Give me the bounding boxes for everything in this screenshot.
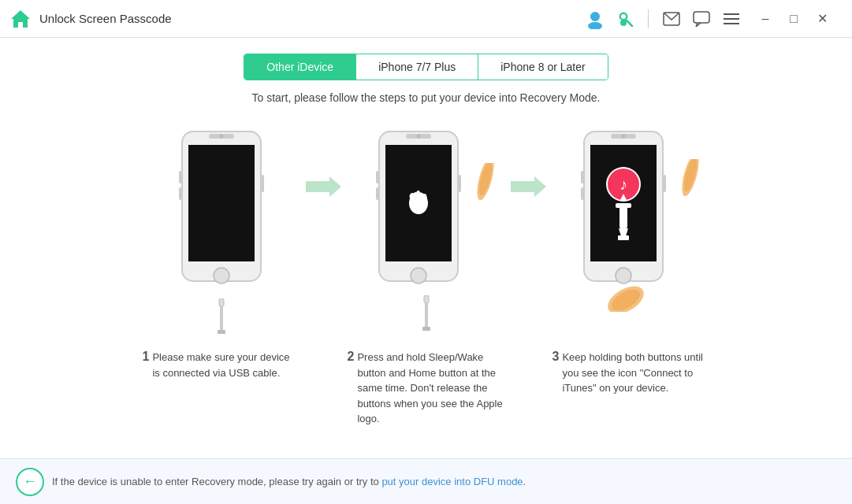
minimize-button[interactable]: – [753,6,778,32]
svg-rect-37 [425,303,428,328]
header-icons: – □ ✕ [583,6,835,32]
arrow2-svg [511,175,546,198]
svg-rect-54 [581,187,584,200]
svg-point-16 [214,268,229,284]
tabs-section: Other iDevice iPhone 7/7 Plus iPhone 8 o… [0,54,852,80]
bottom-text-suffix: . [523,476,526,487]
svg-point-4 [621,14,626,19]
step2-text: Press and hold Sleep/Wake button and Hom… [357,350,504,427]
svg-rect-17 [179,171,182,183]
tabs-container: Other iDevice iPhone 7/7 Plus iPhone 8 o… [244,54,608,80]
steps-area: 1 Please make sure your device is connec… [0,128,852,427]
user-icon[interactable] [583,7,607,31]
back-button[interactable]: ← [16,468,44,496]
step2-text-row: 2 Press and hold Sleep/Wake button and H… [348,350,505,427]
phone3-svg: ♪ [576,128,671,293]
divider [648,9,649,28]
cable1-svg [214,298,229,334]
svg-rect-19 [261,175,264,192]
svg-rect-18 [179,187,182,200]
svg-point-27 [416,135,420,139]
close-button[interactable]: ✕ [809,6,835,32]
menu-icon[interactable] [720,7,743,31]
tab-iphone7[interactable]: iPhone 7/7 Plus [356,54,478,80]
phone1-svg [174,128,269,293]
svg-marker-0 [11,10,30,28]
svg-rect-51 [618,235,629,240]
step3-block: ♪ [552,128,710,396]
svg-rect-48 [619,206,627,228]
svg-marker-39 [511,176,546,197]
cable2-svg [419,295,434,331]
svg-rect-20 [219,298,224,306]
back-icon: ← [23,473,37,490]
svg-marker-23 [306,176,341,197]
svg-point-43 [621,135,625,139]
step1-text: Please make sure your device is connecte… [152,350,300,380]
step2-number: 2 [348,350,355,364]
mail-icon[interactable] [660,7,683,31]
svg-point-1 [590,12,600,21]
svg-rect-33 [458,175,461,192]
step1-block: 1 Please make sure your device is connec… [143,128,300,380]
search-user-icon[interactable] [613,7,637,31]
bottom-text-prefix: If the device is unable to enter Recover… [52,476,381,487]
svg-rect-22 [218,330,225,334]
step2-block: 2 Press and hold Sleep/Wake button and H… [348,128,505,427]
svg-rect-38 [422,327,430,331]
arrow1-svg [306,175,341,198]
svg-point-6 [620,20,627,26]
svg-rect-31 [376,171,379,183]
bottom-text: If the device is unable to enter Recover… [52,476,526,487]
dfu-mode-link[interactable]: put your device into DFU mode [381,476,523,487]
step3-text-row: 3 Keep holding both buttons until you se… [552,350,710,396]
svg-rect-53 [581,171,584,183]
svg-text:♪: ♪ [619,176,627,193]
svg-rect-36 [424,295,429,303]
window-controls: – □ ✕ [753,6,835,32]
arrow1 [300,175,348,198]
svg-point-29 [409,192,428,214]
step1-text-row: 1 Please make sure your device is connec… [143,350,300,380]
svg-point-2 [588,22,602,29]
step1-number: 1 [143,350,150,364]
svg-point-15 [219,135,223,139]
svg-rect-13 [188,145,255,261]
step3-number: 3 [552,350,560,364]
svg-rect-55 [663,175,666,192]
subtitle: To start, please follow the steps to put… [0,91,852,104]
svg-rect-8 [694,12,709,23]
hand2-right-svg [468,163,504,222]
titlebar: Unlock Screen Passcode – □ ✕ [0,0,852,38]
arrow2 [505,175,552,198]
svg-point-28 [411,268,426,284]
svg-rect-21 [220,306,223,332]
hand3-bottom-svg [606,272,646,312]
app-title: Unlock Screen Passcode [39,12,583,25]
tab-iphone8[interactable]: iPhone 8 or Later [478,54,607,80]
step3-text: Keep holding both buttons until you see … [562,350,709,396]
chat-icon[interactable] [690,7,713,31]
tab-other-idevice[interactable]: Other iDevice [244,54,356,80]
svg-rect-32 [376,187,379,200]
svg-rect-49 [616,203,631,208]
phone2-svg [371,128,466,293]
bottom-bar: ← If the device is unable to enter Recov… [0,458,852,504]
hand3-right-svg [673,159,709,218]
svg-line-5 [627,20,632,26]
restore-button[interactable]: □ [781,6,806,32]
home-icon[interactable] [9,8,32,30]
